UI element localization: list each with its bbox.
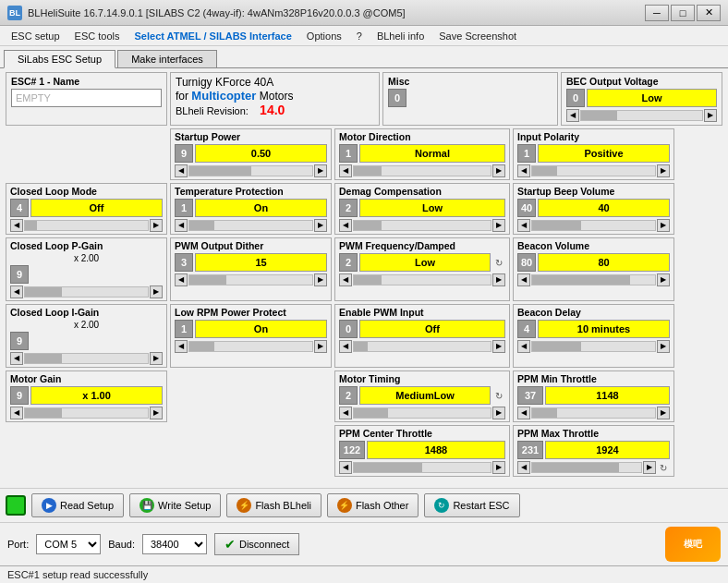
- arrow-right[interactable]: ▶: [657, 164, 670, 177]
- bec-arrow-right[interactable]: ▶: [704, 109, 717, 122]
- arrow-right[interactable]: ▶: [657, 407, 670, 419]
- arrow-left[interactable]: ◀: [175, 164, 188, 177]
- menu-save-screenshot[interactable]: Save Screenshot: [431, 29, 524, 43]
- arrow-left[interactable]: ◀: [339, 219, 352, 232]
- arrow-left[interactable]: ◀: [339, 164, 352, 177]
- arrow-right[interactable]: ▶: [314, 273, 327, 286]
- flash-blheli-button[interactable]: ⚡ Flash BLheli: [226, 493, 322, 517]
- maximize-button[interactable]: □: [671, 5, 695, 21]
- disconnect-button[interactable]: ✔ Disconnect: [214, 533, 299, 555]
- track[interactable]: [531, 274, 656, 285]
- track[interactable]: [353, 220, 491, 231]
- param-slider: ◀ ▶: [175, 273, 327, 286]
- arrow-right[interactable]: ▶: [657, 219, 670, 232]
- param-value: 1488: [367, 441, 505, 459]
- track[interactable]: [24, 353, 149, 364]
- baud-select[interactable]: 38400: [142, 534, 207, 554]
- menu-esc-tools[interactable]: ESC tools: [67, 29, 127, 43]
- arrow-right[interactable]: ▶: [492, 461, 505, 474]
- refresh-icon[interactable]: ↻: [657, 461, 670, 474]
- arrow-left[interactable]: ◀: [339, 461, 352, 474]
- track[interactable]: [353, 165, 491, 176]
- menu-esc-setup[interactable]: ESC setup: [4, 29, 67, 43]
- restart-esc-button[interactable]: ↻ Restart ESC: [424, 493, 519, 517]
- track[interactable]: [531, 462, 642, 473]
- track[interactable]: [24, 220, 149, 231]
- read-setup-button[interactable]: ▶ Read Setup: [31, 493, 124, 517]
- track[interactable]: [353, 341, 491, 352]
- refresh-icon[interactable]: ↻: [492, 256, 505, 269]
- esc-name-input[interactable]: [11, 89, 162, 107]
- track[interactable]: [353, 274, 491, 285]
- arrow-right[interactable]: ▶: [657, 273, 670, 286]
- menu-select-interface[interactable]: Select ATMEL / SILABS Interface: [127, 29, 299, 43]
- refresh-icon[interactable]: ↻: [492, 389, 505, 402]
- param-row: 1 Normal: [339, 144, 505, 163]
- arrow-left[interactable]: ◀: [175, 273, 188, 286]
- arrow-left[interactable]: ◀: [517, 340, 530, 353]
- arrow-left[interactable]: ◀: [517, 273, 530, 286]
- arrow-right[interactable]: ▶: [492, 219, 505, 232]
- arrow-left[interactable]: ◀: [339, 407, 352, 419]
- arrow-right[interactable]: ▶: [150, 285, 163, 298]
- param-num: 231: [517, 441, 543, 459]
- tab-make-interfaces[interactable]: Make interfaces: [117, 50, 217, 67]
- param-pwm-output-dither: PWM Output Dither 3 15 ◀ ▶: [170, 237, 332, 301]
- track[interactable]: [531, 407, 656, 419]
- param-slider: ◀ ▶: [517, 340, 670, 353]
- track[interactable]: [188, 220, 313, 231]
- arrow-left[interactable]: ◀: [10, 285, 23, 298]
- arrow-left[interactable]: ◀: [175, 340, 188, 353]
- param-label: Startup Power: [175, 131, 327, 142]
- arrow-right[interactable]: ▶: [492, 340, 505, 353]
- menu-blheli-info[interactable]: BLheli info: [370, 29, 431, 43]
- arrow-left[interactable]: ◀: [517, 461, 530, 474]
- arrow-right[interactable]: ▶: [314, 164, 327, 177]
- menu-options[interactable]: Options: [299, 29, 349, 43]
- arrow-right[interactable]: ▶: [492, 164, 505, 177]
- arrow-right[interactable]: ▶: [643, 461, 656, 474]
- param-row: 2 MediumLow ↻: [339, 386, 505, 405]
- arrow-left[interactable]: ◀: [339, 340, 352, 353]
- track[interactable]: [24, 286, 149, 298]
- menu-help[interactable]: ?: [349, 29, 370, 43]
- track[interactable]: [353, 407, 491, 419]
- bec-track[interactable]: [580, 110, 703, 121]
- param-pwm-frequency: PWM Frequency/Damped 2 Low ↻ ◀ ▶: [334, 237, 510, 301]
- write-setup-button[interactable]: 💾 Write Setup: [129, 493, 221, 517]
- close-button[interactable]: ✕: [697, 5, 721, 21]
- arrow-right[interactable]: ▶: [657, 340, 670, 353]
- arrow-right[interactable]: ▶: [150, 219, 163, 232]
- param-label: Closed Loop P-Gain: [10, 240, 163, 251]
- arrow-left[interactable]: ◀: [517, 219, 530, 232]
- arrow-left[interactable]: ◀: [10, 407, 23, 419]
- track[interactable]: [188, 274, 313, 285]
- arrow-right[interactable]: ▶: [314, 340, 327, 353]
- track[interactable]: [353, 462, 491, 473]
- bec-arrow-left[interactable]: ◀: [566, 109, 579, 122]
- arrow-right[interactable]: ▶: [492, 407, 505, 419]
- bec-label: BEC Output Voltage: [566, 76, 717, 87]
- track[interactable]: [24, 407, 149, 419]
- arrow-left[interactable]: ◀: [175, 219, 188, 232]
- track[interactable]: [531, 165, 656, 176]
- arrow-left[interactable]: ◀: [517, 407, 530, 419]
- track[interactable]: [188, 341, 313, 352]
- arrow-left[interactable]: ◀: [10, 219, 23, 232]
- port-select[interactable]: COM 5: [36, 534, 101, 554]
- arrow-left[interactable]: ◀: [517, 164, 530, 177]
- track[interactable]: [531, 220, 656, 231]
- arrow-left[interactable]: ◀: [10, 352, 23, 365]
- placeholder-5-0: [6, 425, 167, 477]
- arrow-right[interactable]: ▶: [150, 352, 163, 365]
- minimize-button[interactable]: ─: [645, 5, 669, 21]
- arrow-right[interactable]: ▶: [314, 219, 327, 232]
- arrow-right[interactable]: ▶: [150, 407, 163, 419]
- track[interactable]: [188, 165, 313, 176]
- param-row: 231 1924: [517, 441, 670, 459]
- arrow-right[interactable]: ▶: [492, 273, 505, 286]
- flash-other-button[interactable]: ⚡ Flash Other: [327, 493, 419, 517]
- arrow-left[interactable]: ◀: [339, 273, 352, 286]
- tab-silabs-esc-setup[interactable]: SiLabs ESC Setup: [4, 50, 115, 68]
- track[interactable]: [531, 341, 656, 352]
